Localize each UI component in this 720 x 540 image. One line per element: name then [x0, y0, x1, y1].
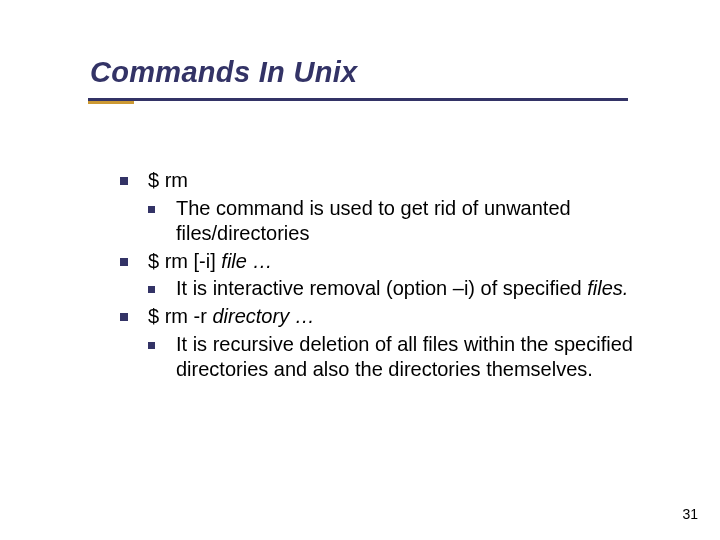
subbullet-pre: It is interactive removal (option –i) of… [176, 277, 587, 299]
square-bullet-icon [120, 313, 128, 321]
subbullet-rm-i-desc: It is interactive removal (option –i) of… [120, 276, 680, 302]
slide: Commands In Unix $ rm The command is use… [0, 0, 720, 540]
bullet-pre: $ rm -r [148, 305, 212, 327]
square-bullet-icon [120, 258, 128, 266]
square-bullet-icon [148, 286, 155, 293]
bullet-rm-r: $ rm -r directory … [120, 304, 680, 330]
title-accent [88, 101, 134, 104]
subbullet-rm-r-desc: It is recursive deletion of all files wi… [120, 332, 680, 383]
bullet-arg: file … [221, 250, 272, 272]
subbullet-rm-desc: The command is used to get rid of unwant… [120, 196, 680, 247]
bullet-rm: $ rm [120, 168, 680, 194]
subbullet-arg: files. [587, 277, 628, 299]
subbullet-text: The command is used to get rid of unwant… [176, 197, 571, 245]
square-bullet-icon [148, 342, 155, 349]
title-underline [88, 98, 628, 101]
subbullet-text: It is recursive deletion of all files wi… [176, 333, 633, 381]
bullet-rm-i: $ rm [-i] file … [120, 249, 680, 275]
page-number: 31 [682, 506, 698, 522]
bullet-pre: $ rm [-i] [148, 250, 221, 272]
slide-title: Commands In Unix [90, 56, 357, 89]
slide-body: $ rm The command is used to get rid of u… [120, 168, 680, 385]
square-bullet-icon [148, 206, 155, 213]
bullet-arg: directory … [212, 305, 314, 327]
square-bullet-icon [120, 177, 128, 185]
bullet-text: $ rm [148, 169, 188, 191]
